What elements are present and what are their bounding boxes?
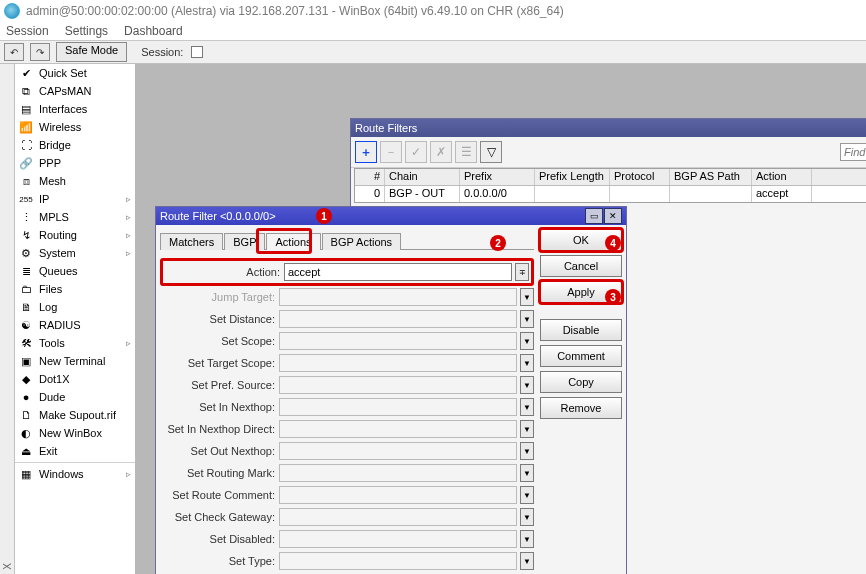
- comment-button[interactable]: ☰: [455, 141, 477, 163]
- sidebar-item-bridge[interactable]: ⛶Bridge: [15, 136, 135, 154]
- col-aspath[interactable]: BGP AS Path: [670, 169, 752, 185]
- label-chkgw: Set Check Gateway:: [160, 511, 275, 523]
- sidebar-item-capsman[interactable]: ⧉CAPsMAN: [15, 82, 135, 100]
- sidebar-item-queues[interactable]: ≣Queues: [15, 262, 135, 280]
- dropdown-icon[interactable]: ▼: [520, 354, 534, 372]
- sidebar-item-supout[interactable]: 🗋Make Supout.rif: [15, 406, 135, 424]
- remove-button[interactable]: Remove: [540, 397, 622, 419]
- table-row[interactable]: 0 BGP - OUT 0.0.0.0/0 accept: [355, 186, 866, 202]
- tab-actions[interactable]: Actions: [266, 233, 320, 250]
- dot1x-icon: ◆: [19, 372, 33, 386]
- action-select[interactable]: accept: [284, 263, 512, 281]
- minimize-button[interactable]: ▭: [585, 208, 603, 224]
- sidebar-item-interfaces[interactable]: ▤Interfaces: [15, 100, 135, 118]
- dropdown-icon[interactable]: ▼: [520, 508, 534, 526]
- sidebar-item-mesh[interactable]: ⧈Mesh: [15, 172, 135, 190]
- set-in-nexthop-direct-input[interactable]: [279, 420, 517, 438]
- sidebar-item-routing[interactable]: ↯Routing▹: [15, 226, 135, 244]
- set-routing-mark-input[interactable]: [279, 464, 517, 482]
- find-input[interactable]: [840, 143, 866, 161]
- dialog-titlebar[interactable]: Route Filter <0.0.0.0/0> ▭ ✕: [156, 207, 626, 225]
- sidebar-item-exit[interactable]: ⏏Exit: [15, 442, 135, 460]
- route-filters-toolbar: ＋ － ✓ ✗ ☰ ▽ all▼: [351, 137, 866, 168]
- undo-button[interactable]: ↶: [4, 43, 24, 61]
- tab-matchers[interactable]: Matchers: [160, 233, 223, 250]
- label-rmark: Set Routing Mark:: [160, 467, 275, 479]
- cell-num: 0: [355, 186, 385, 202]
- set-target-scope-input[interactable]: [279, 354, 517, 372]
- comment-button[interactable]: Comment: [540, 345, 622, 367]
- add-button[interactable]: ＋: [355, 141, 377, 163]
- remove-button[interactable]: －: [380, 141, 402, 163]
- menu-settings[interactable]: Settings: [65, 24, 108, 38]
- dropdown-icon[interactable]: ▼: [520, 442, 534, 460]
- sidebar-item-newwinbox[interactable]: ◐New WinBox: [15, 424, 135, 442]
- close-button[interactable]: ✕: [604, 208, 622, 224]
- dropdown-icon[interactable]: ▼: [520, 332, 534, 350]
- set-type-input[interactable]: [279, 552, 517, 570]
- sidebar-item-label: Dude: [39, 391, 65, 403]
- dropdown-icon[interactable]: ▼: [520, 310, 534, 328]
- sidebar-item-mpls[interactable]: ⋮MPLS▹: [15, 208, 135, 226]
- menu-session[interactable]: Session: [6, 24, 49, 38]
- safe-mode-button[interactable]: Safe Mode: [56, 42, 127, 62]
- set-check-gateway-input[interactable]: [279, 508, 517, 526]
- sidebar-item-windows[interactable]: ▦Windows▹: [15, 465, 135, 483]
- set-scope-input[interactable]: [279, 332, 517, 350]
- enable-button[interactable]: ✓: [405, 141, 427, 163]
- dropdown-icon[interactable]: ∓: [515, 263, 529, 281]
- sidebar-item-terminal[interactable]: ▣New Terminal: [15, 352, 135, 370]
- dropdown-icon[interactable]: ▼: [520, 420, 534, 438]
- session-box[interactable]: [191, 46, 203, 58]
- dropdown-icon[interactable]: ▼: [520, 464, 534, 482]
- sidebar-item-dot1x[interactable]: ◆Dot1X: [15, 370, 135, 388]
- sidebar-item-label: Make Supout.rif: [39, 409, 116, 421]
- field-action: Action: accept ∓: [160, 258, 534, 286]
- sidebar-item-ppp[interactable]: 🔗PPP: [15, 154, 135, 172]
- sidebar-item-wireless[interactable]: 📶Wireless: [15, 118, 135, 136]
- menu-dashboard[interactable]: Dashboard: [124, 24, 183, 38]
- cancel-button[interactable]: Cancel: [540, 255, 622, 277]
- set-route-comment-input[interactable]: [279, 486, 517, 504]
- filter-button[interactable]: ▽: [480, 141, 502, 163]
- set-out-nexthop-input[interactable]: [279, 442, 517, 460]
- disable-button[interactable]: ✗: [430, 141, 452, 163]
- dropdown-icon[interactable]: ▼: [520, 552, 534, 570]
- cell-aspath: [670, 186, 752, 202]
- dropdown-icon[interactable]: ▼: [520, 486, 534, 504]
- sidebar-item-system[interactable]: ⚙System▹: [15, 244, 135, 262]
- redo-button[interactable]: ↷: [30, 43, 50, 61]
- dude-icon: ●: [19, 390, 33, 404]
- route-filter-dialog: Route Filter <0.0.0.0/0> ▭ ✕ Matchers BG…: [155, 206, 627, 574]
- col-chain[interactable]: Chain: [385, 169, 460, 185]
- sidebar-item-log[interactable]: 🗎Log: [15, 298, 135, 316]
- sidebar-item-files[interactable]: 🗀Files: [15, 280, 135, 298]
- set-in-nexthop-input[interactable]: [279, 398, 517, 416]
- sidebar-item-label: New Terminal: [39, 355, 105, 367]
- col-preflen[interactable]: Prefix Length: [535, 169, 610, 185]
- col-action[interactable]: Action: [752, 169, 812, 185]
- set-distance-input[interactable]: [279, 310, 517, 328]
- dropdown-icon[interactable]: ▼: [520, 530, 534, 548]
- dropdown-icon[interactable]: ▼: [520, 398, 534, 416]
- set-pref-source-input[interactable]: [279, 376, 517, 394]
- routing-icon: ↯: [19, 228, 33, 242]
- sidebar-item-dude[interactable]: ●Dude: [15, 388, 135, 406]
- col-proto[interactable]: Protocol: [610, 169, 670, 185]
- dropdown-icon[interactable]: ▼: [520, 376, 534, 394]
- ppp-icon: 🔗: [19, 156, 33, 170]
- sidebar-item-quickset[interactable]: ✔Quick Set: [15, 64, 135, 82]
- set-disabled-input[interactable]: [279, 530, 517, 548]
- dropdown-icon[interactable]: ▼: [520, 288, 534, 306]
- copy-button[interactable]: Copy: [540, 371, 622, 393]
- window-titlebar[interactable]: Route Filters ▭ ✕: [351, 119, 866, 137]
- disable-button[interactable]: Disable: [540, 319, 622, 341]
- tab-bgp-actions[interactable]: BGP Actions: [322, 233, 402, 250]
- col-prefix[interactable]: Prefix: [460, 169, 535, 185]
- sidebar-item-radius[interactable]: ☯RADIUS: [15, 316, 135, 334]
- sidebar-item-ip[interactable]: 255IP▹: [15, 190, 135, 208]
- dialog-tabs: Matchers BGP Actions BGP Actions: [160, 229, 534, 250]
- tab-bgp[interactable]: BGP: [224, 233, 265, 250]
- col-num[interactable]: #: [355, 169, 385, 185]
- sidebar-item-tools[interactable]: 🛠Tools▹: [15, 334, 135, 352]
